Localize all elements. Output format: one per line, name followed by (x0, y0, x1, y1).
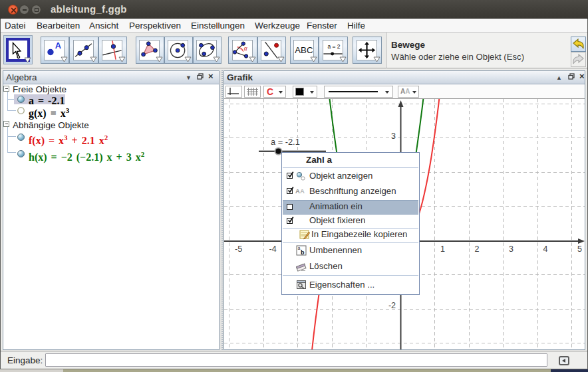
svg-text:5: 5 (577, 244, 582, 254)
svg-text:A: A (55, 41, 61, 50)
svg-text:-4: -4 (269, 244, 277, 254)
svg-text:2: 2 (475, 244, 480, 254)
svg-text:a = 2: a = 2 (327, 43, 340, 50)
svg-text:ABC: ABC (295, 45, 313, 55)
svg-text:α: α (243, 45, 247, 51)
svg-text:4: 4 (543, 244, 548, 254)
svg-text:a = -2.1: a = -2.1 (271, 137, 300, 147)
svg-text:-5: -5 (235, 244, 242, 254)
svg-text:3: 3 (509, 244, 514, 254)
svg-text:a: a (298, 246, 301, 250)
svg-text:-2: -2 (388, 301, 396, 310)
svg-text:b: b (301, 248, 305, 255)
svg-text:3: 3 (391, 132, 396, 141)
svg-text:1: 1 (440, 244, 445, 254)
